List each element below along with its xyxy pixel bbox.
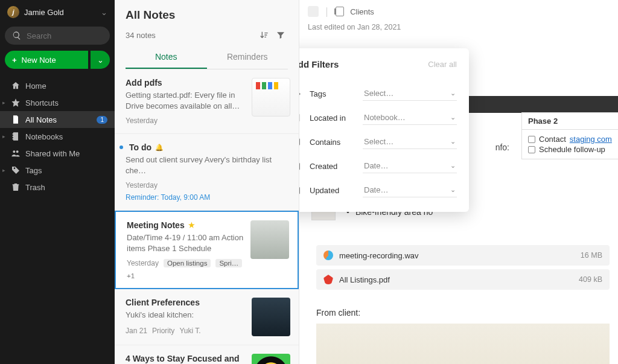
note-tag[interactable]: Spri… bbox=[215, 259, 242, 267]
unread-dot-icon bbox=[119, 145, 123, 149]
note-snippet: Date/Time 4-19 / 11:00 am Action items P… bbox=[127, 232, 244, 253]
people-icon bbox=[11, 148, 21, 158]
plus-icon: + bbox=[12, 56, 17, 65]
sidebar: j Jamie Gold ⌄ + New Note ⌄ Home ▸ Short… bbox=[0, 0, 115, 364]
audio-file-icon bbox=[323, 251, 333, 260]
note-title: Add pdfs bbox=[126, 78, 162, 88]
phase-header: Phase 2 bbox=[522, 113, 618, 130]
clear-all-button[interactable]: Clear all bbox=[428, 60, 457, 69]
note-title: 4 Ways to Stay Focused and Get Stuff Don… bbox=[126, 354, 246, 364]
sidebar-item-shortcuts[interactable]: ▸ Shortcuts bbox=[0, 94, 115, 111]
attachment-size: 409 kB bbox=[579, 275, 602, 284]
content-heading: From client: bbox=[316, 308, 360, 318]
content-text-fragment: nfo: bbox=[495, 142, 509, 152]
calendar-icon bbox=[299, 161, 302, 171]
sidebar-item-trash[interactable]: Trash bbox=[0, 179, 115, 196]
note-tag-more[interactable]: +1 bbox=[127, 272, 135, 279]
chevron-down-icon: ⌄ bbox=[450, 89, 456, 97]
sidebar-item-label: Notebooks bbox=[25, 132, 63, 141]
checklist-item[interactable]: Schedule follow-up bbox=[528, 145, 618, 154]
filter-select[interactable]: Date… ⌄ bbox=[363, 183, 457, 197]
filter-button[interactable] bbox=[276, 30, 285, 40]
checkbox-icon[interactable] bbox=[528, 146, 535, 153]
attachment-size: 16 MB bbox=[581, 251, 602, 260]
sidebar-item-shared[interactable]: Shared with Me bbox=[0, 145, 115, 162]
star-icon bbox=[11, 98, 21, 107]
note-card[interactable]: 4 Ways to Stay Focused and Get Stuff Don… bbox=[115, 345, 299, 364]
filter-select[interactable]: Notebook… ⌄ bbox=[363, 110, 457, 125]
inline-image[interactable] bbox=[316, 324, 610, 364]
attachment-row[interactable]: meeting-recording.wav 16 MB bbox=[316, 245, 610, 266]
note-thumbnail bbox=[250, 220, 289, 259]
filter-select[interactable]: Select… ⌄ bbox=[363, 135, 457, 149]
caret-icon: ▸ bbox=[2, 133, 5, 139]
sidebar-nav: Home ▸ Shortcuts All Notes 1 ▸ Notebooks… bbox=[0, 77, 115, 196]
filter-label: Tags bbox=[310, 89, 355, 98]
tab-reminders[interactable]: Reminders bbox=[207, 46, 288, 69]
note-date: Jan 21 bbox=[126, 327, 147, 335]
note-thumbnail bbox=[252, 78, 290, 117]
note-title: Meeting Notes bbox=[127, 220, 185, 230]
new-note-label: New Note bbox=[22, 56, 56, 65]
note-tag[interactable]: Open listings bbox=[164, 259, 211, 267]
sidebar-item-label: Tags bbox=[25, 166, 42, 175]
sort-button[interactable] bbox=[259, 30, 269, 40]
popover-title: Add Filters bbox=[299, 59, 339, 69]
filter-label: Located in bbox=[310, 113, 355, 123]
note-card[interactable]: To do 🔔 Send out client survey Avery's b… bbox=[115, 134, 299, 211]
account-switcher[interactable]: j Jamie Gold ⌄ bbox=[0, 0, 115, 24]
sidebar-item-tags[interactable]: ▸ Tags bbox=[0, 162, 115, 179]
phase-table-cell: Phase 2 Contact staging com Schedule fol… bbox=[521, 112, 618, 159]
trash-icon bbox=[11, 182, 21, 192]
sidebar-item-notebooks[interactable]: ▸ Notebooks bbox=[0, 128, 115, 145]
filter-select[interactable]: Date… ⌄ bbox=[363, 159, 457, 173]
star-icon: ★ bbox=[188, 221, 195, 229]
filter-placeholder: Notebook… bbox=[364, 113, 406, 122]
sidebar-item-label: All Notes bbox=[25, 115, 57, 124]
search-field[interactable] bbox=[27, 31, 128, 40]
checklist-item[interactable]: Contact staging com bbox=[528, 135, 618, 144]
note-date: Yesterday bbox=[126, 181, 158, 190]
note-meta-item: Priority bbox=[152, 327, 174, 335]
sidebar-item-label: Shared with Me bbox=[25, 149, 80, 158]
filter-row-located: Located in Notebook… ⌄ bbox=[299, 106, 457, 130]
filter-label: Updated bbox=[310, 186, 355, 195]
filter-row-contains: Contains Select… ⌄ bbox=[299, 130, 457, 154]
expand-icon[interactable] bbox=[308, 6, 319, 17]
search-input[interactable] bbox=[5, 27, 110, 45]
chevron-down-icon: ⌄ bbox=[450, 113, 456, 121]
chevron-down-icon: ⌄ bbox=[450, 138, 456, 145]
note-icon bbox=[11, 115, 21, 124]
filter-row-updated: Updated Date… ⌄ bbox=[299, 178, 457, 202]
chevron-down-icon: ⌄ bbox=[450, 186, 456, 194]
checklist-text: Schedule follow-up bbox=[539, 145, 605, 154]
home-icon bbox=[11, 81, 21, 91]
sidebar-item-home[interactable]: Home bbox=[0, 77, 115, 94]
note-card[interactable]: Meeting Notes ★ Date/Time 4-19 / 11:00 a… bbox=[115, 211, 299, 289]
chevron-down-icon: ⌄ bbox=[97, 56, 104, 65]
user-name: Jamie Gold bbox=[24, 8, 96, 17]
note-card[interactable]: Client Preferences Yuki's ideal kitchen:… bbox=[115, 289, 299, 345]
sidebar-item-all-notes[interactable]: All Notes 1 bbox=[0, 111, 115, 128]
contains-icon bbox=[299, 137, 302, 147]
new-note-menu-button[interactable]: ⌄ bbox=[91, 51, 110, 69]
note-card[interactable]: Add pdfs Getting started.pdf: Every file… bbox=[115, 69, 299, 134]
attachment-row[interactable]: All Listings.pdf 409 kB bbox=[316, 269, 610, 290]
new-note-button[interactable]: + New Note bbox=[5, 51, 88, 69]
filter-label: Created bbox=[310, 162, 355, 171]
checkbox-icon[interactable] bbox=[528, 136, 535, 143]
filter-select[interactable]: Select… ⌄ bbox=[363, 86, 457, 101]
note-title: Client Preferences bbox=[126, 298, 200, 307]
refresh-icon bbox=[299, 185, 302, 195]
tag-icon bbox=[299, 89, 302, 98]
note-content-pane: │ Clients Last edited on Jan 28, 2021 Ph… bbox=[299, 0, 618, 364]
breadcrumb-notebook[interactable]: Clients bbox=[350, 7, 374, 16]
caret-icon: ▸ bbox=[2, 100, 5, 106]
tab-notes[interactable]: Notes bbox=[126, 46, 207, 69]
filter-placeholder: Select… bbox=[364, 89, 393, 98]
filter-placeholder: Date… bbox=[364, 161, 388, 170]
separator: │ bbox=[325, 7, 330, 16]
notes-scroll[interactable]: Add pdfs Getting started.pdf: Every file… bbox=[115, 69, 299, 364]
link[interactable]: staging com bbox=[570, 135, 612, 144]
attachment-name: meeting-recording.wav bbox=[339, 251, 419, 260]
